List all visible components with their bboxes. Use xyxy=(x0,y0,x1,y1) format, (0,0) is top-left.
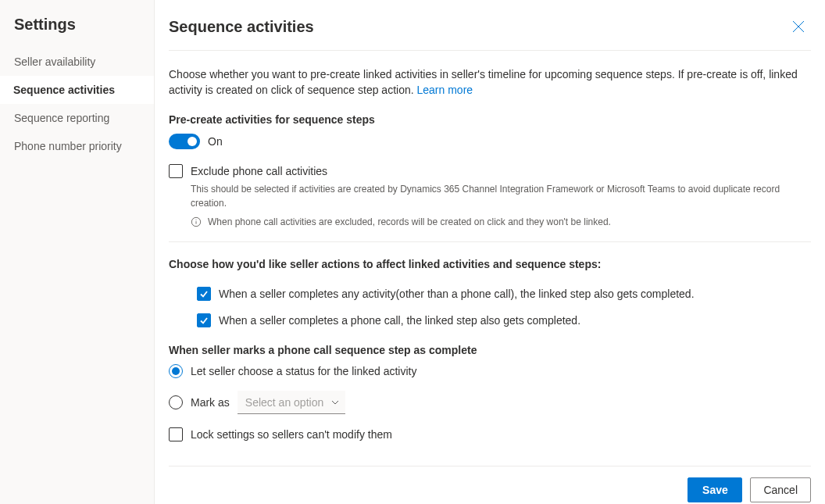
affect-activity-checkbox[interactable] xyxy=(197,287,211,301)
lock-settings-label: Lock settings so sellers can't modify th… xyxy=(191,427,392,442)
learn-more-link[interactable]: Learn more xyxy=(417,84,473,96)
sidebar-title: Settings xyxy=(0,8,154,48)
precreate-toggle[interactable] xyxy=(169,134,200,149)
lock-settings-checkbox[interactable] xyxy=(169,427,183,441)
nav-item-sequence-activities[interactable]: Sequence activities xyxy=(0,76,154,104)
main-panel: Sequence activities Choose whether you w… xyxy=(155,0,825,504)
svg-point-4 xyxy=(195,220,196,220)
save-button[interactable]: Save xyxy=(688,477,742,502)
radio-mark-as[interactable] xyxy=(169,395,183,409)
exclude-phone-sublabel: This should be selected if activities ar… xyxy=(191,182,811,210)
settings-sidebar: Settings Seller availability Sequence ac… xyxy=(0,0,155,504)
select-placeholder: Select an option xyxy=(245,396,323,409)
close-icon xyxy=(792,20,805,33)
check-icon xyxy=(199,289,209,298)
nav-item-sequence-reporting[interactable]: Sequence reporting xyxy=(0,104,154,132)
precreate-toggle-state: On xyxy=(208,135,223,148)
divider xyxy=(169,241,811,242)
nav-item-seller-availability[interactable]: Seller availability xyxy=(0,48,154,76)
check-icon xyxy=(199,316,209,325)
close-button[interactable] xyxy=(786,14,811,39)
page-title: Sequence activities xyxy=(169,18,314,36)
affect-activity-label: When a seller completes any activity(oth… xyxy=(219,286,695,302)
exclude-phone-checkbox[interactable] xyxy=(169,164,183,178)
footer: Save Cancel xyxy=(169,466,811,504)
exclude-phone-label: Exclude phone call activities xyxy=(191,163,327,179)
mark-as-select[interactable]: Select an option xyxy=(238,391,345,414)
exclude-info-row: When phone call activities are excluded,… xyxy=(191,216,811,227)
radio-let-seller-choose-label: Let seller choose a status for the linke… xyxy=(191,365,416,377)
chevron-down-icon xyxy=(331,399,339,406)
info-icon xyxy=(191,216,202,227)
page-header: Sequence activities xyxy=(169,14,811,51)
affect-phone-label: When a seller completes a phone call, th… xyxy=(219,313,580,328)
nav-item-phone-number-priority[interactable]: Phone number priority xyxy=(0,132,154,160)
toggle-knob xyxy=(188,137,197,146)
marks-heading: When seller marks a phone call sequence … xyxy=(169,344,811,356)
affect-heading: Choose how you'd like seller actions to … xyxy=(169,258,811,270)
page-description: Choose whether you want to pre-create li… xyxy=(169,66,811,98)
radio-let-seller-choose[interactable] xyxy=(169,364,183,378)
cancel-button[interactable]: Cancel xyxy=(750,477,811,502)
radio-mark-as-label: Mark as xyxy=(191,396,230,409)
precreate-label: Pre-create activities for sequence steps xyxy=(169,113,811,126)
affect-phone-checkbox[interactable] xyxy=(197,313,211,327)
